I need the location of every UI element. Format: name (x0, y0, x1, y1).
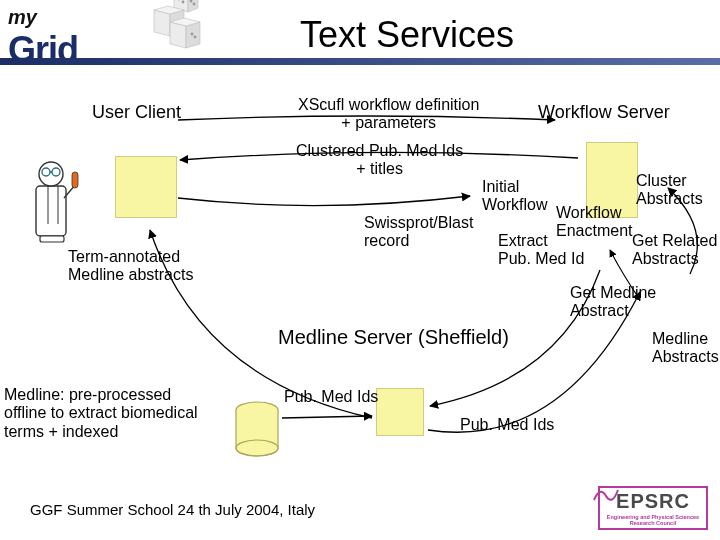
scientist-icon (14, 154, 84, 254)
svg-rect-22 (72, 172, 78, 188)
pubmed-ids-left-label: Pub. Med Ids (284, 388, 378, 406)
cubes-graphic (140, 0, 220, 66)
swissprot-label: Swissprot/Blast record (364, 214, 473, 251)
slide-header: my Grid (0, 0, 720, 70)
svg-point-10 (193, 3, 196, 6)
medline-server-box (376, 388, 424, 436)
get-related-label: Get Related Abstracts (632, 232, 717, 269)
svg-rect-15 (36, 186, 66, 236)
user-client-box (115, 156, 177, 218)
get-medline-abstract-label: Get Medline Abstract (570, 284, 656, 321)
initial-workflow-label: Initial Workflow (482, 178, 548, 215)
svg-marker-1 (188, 0, 198, 12)
epsrc-logo: EPSRC Engineering and Physical Sciences … (598, 486, 708, 530)
workflow-server-label: Workflow Server (538, 102, 670, 123)
database-icon (234, 400, 280, 460)
epsrc-sub: Engineering and Physical Sciences Resear… (600, 513, 706, 528)
svg-marker-3 (154, 10, 170, 36)
clustered-label: Clustered Pub. Med Ids + titles (296, 142, 463, 179)
medline-note-label: Medline: pre-processed offline to extrac… (4, 386, 198, 441)
svg-point-14 (194, 36, 197, 39)
diagram-canvas: User Client XScufl workflow definition +… (0, 70, 720, 540)
header-bar (0, 58, 720, 65)
xscufl-label: XScufl workflow definition + parameters (298, 96, 479, 133)
term-annotated-label: Term-annotated Medline abstracts (68, 248, 193, 285)
logo-my: my (8, 6, 37, 28)
footer-text: GGF Summer School 24 th July 2004, Italy (30, 501, 315, 518)
svg-rect-23 (40, 236, 64, 242)
svg-marker-6 (170, 22, 186, 48)
epsrc-wave-icon (592, 482, 622, 504)
medline-abstracts-label: Medline Abstracts (652, 330, 719, 367)
svg-point-12 (182, 1, 185, 4)
user-client-label: User Client (92, 102, 181, 123)
workflow-enactment-label: Workflow Enactment (556, 204, 632, 241)
svg-point-13 (191, 33, 194, 36)
cluster-abstracts-label: Cluster Abstracts (636, 172, 703, 209)
medline-server-label: Medline Server (Sheffield) (278, 326, 509, 349)
pubmed-ids-right-label: Pub. Med Ids (460, 416, 554, 434)
svg-marker-7 (186, 22, 200, 48)
slide-title: Text Services (300, 14, 514, 56)
